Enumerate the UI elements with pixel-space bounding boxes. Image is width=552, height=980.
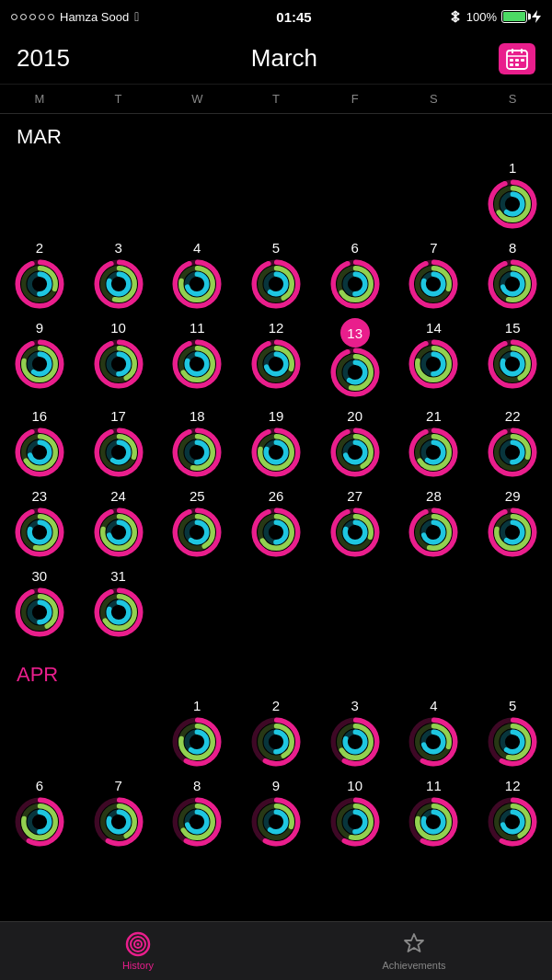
bluetooth-icon xyxy=(449,10,462,23)
day-number: 12 xyxy=(498,776,527,794)
day-cell-6[interactable]: 6 xyxy=(0,772,79,852)
day-number: 20 xyxy=(340,406,370,425)
ring-container xyxy=(15,259,64,309)
day-cell-3[interactable]: 3 xyxy=(316,692,395,772)
tab-history[interactable]: History xyxy=(0,931,276,971)
ring-container xyxy=(172,259,222,309)
ring-container xyxy=(172,797,222,847)
today-number: 13 xyxy=(340,318,370,348)
ring-container xyxy=(94,427,144,477)
day-number: 6 xyxy=(340,238,370,256)
tab-achievements[interactable]: Achievements xyxy=(276,931,552,971)
day-cell-1[interactable]: 1 xyxy=(157,692,236,772)
day-cell-17[interactable]: 17 xyxy=(79,403,158,483)
ring-container xyxy=(15,339,64,389)
ring-container xyxy=(408,717,458,767)
day-cell-6[interactable]: 6 xyxy=(316,234,395,314)
day-cell-7[interactable]: 7 xyxy=(79,772,158,852)
weekday-S1: S xyxy=(395,88,474,109)
day-cell-10[interactable]: 10 xyxy=(316,772,395,852)
day-cell-23[interactable]: 23 xyxy=(0,483,79,563)
day-cell-12[interactable]: 12 xyxy=(473,772,552,852)
day-cell-31[interactable]: 31 xyxy=(79,563,158,643)
day-number: 24 xyxy=(104,486,133,505)
day-number: 4 xyxy=(182,238,212,256)
day-cell-4[interactable]: 4 xyxy=(395,692,474,772)
day-cell-29[interactable]: 29 xyxy=(473,483,552,563)
day-number: 5 xyxy=(261,238,291,256)
day-number: 2 xyxy=(25,238,54,256)
day-cell-5[interactable]: 5 xyxy=(236,234,316,314)
day-cell-13[interactable]: 13 xyxy=(316,314,395,403)
ring-container xyxy=(330,259,380,309)
day-number: 10 xyxy=(340,776,370,794)
history-icon xyxy=(125,931,151,957)
empty-cell: 0 xyxy=(79,692,158,772)
april-label: APR xyxy=(17,663,58,687)
ring-container xyxy=(330,717,380,767)
day-cell-12[interactable]: 12 xyxy=(236,314,316,403)
day-cell-19[interactable]: 19 xyxy=(236,403,316,483)
day-cell-28[interactable]: 28 xyxy=(395,483,474,563)
ring-container xyxy=(330,427,380,477)
battery-percent: 100% xyxy=(466,10,497,24)
achievements-icon xyxy=(401,931,427,957)
day-number: 6 xyxy=(25,776,54,794)
day-cell-11[interactable]: 11 xyxy=(157,314,236,403)
ring-container xyxy=(251,507,301,557)
achievements-label: Achievements xyxy=(382,960,445,971)
ring-container xyxy=(172,507,222,557)
day-cell-2[interactable]: 2 xyxy=(0,234,79,314)
svg-marker-276 xyxy=(405,934,423,952)
day-cell-21[interactable]: 21 xyxy=(395,403,474,483)
empty-cell: 0 xyxy=(79,154,158,234)
day-cell-4[interactable]: 4 xyxy=(157,234,236,314)
day-cell-9[interactable]: 9 xyxy=(236,772,316,852)
svg-marker-4 xyxy=(532,10,541,23)
day-cell-27[interactable]: 27 xyxy=(316,483,395,563)
empty-cell: 0 xyxy=(0,154,79,234)
ring-container xyxy=(330,507,380,557)
day-cell-10[interactable]: 10 xyxy=(79,314,158,403)
day-cell-7[interactable]: 7 xyxy=(395,234,474,314)
day-number: 10 xyxy=(104,318,133,336)
svg-rect-11 xyxy=(521,59,524,62)
weekday-M: M xyxy=(0,88,79,109)
day-cell-20[interactable]: 20 xyxy=(316,403,395,483)
day-cell-16[interactable]: 16 xyxy=(0,403,79,483)
battery-container xyxy=(501,10,527,23)
day-cell-14[interactable]: 14 xyxy=(395,314,474,403)
day-cell-25[interactable]: 25 xyxy=(157,483,236,563)
tab-bar: History Achievements xyxy=(0,921,552,980)
day-cell-26[interactable]: 26 xyxy=(236,483,316,563)
day-cell-9[interactable]: 9 xyxy=(0,314,79,403)
empty-cell: 0 xyxy=(395,154,474,234)
scroll-area[interactable]: MAR 000000123456789101112131415161718192… xyxy=(0,114,552,923)
carrier-name: Hamza Sood xyxy=(60,10,129,24)
day-cell-11[interactable]: 11 xyxy=(395,772,474,852)
empty-cell: 0 xyxy=(157,154,236,234)
day-cell-15[interactable]: 15 xyxy=(473,314,552,403)
day-cell-18[interactable]: 18 xyxy=(157,403,236,483)
ring-container xyxy=(330,348,380,397)
signal-dot-1 xyxy=(11,14,17,20)
day-cell-8[interactable]: 8 xyxy=(473,234,552,314)
day-number: 1 xyxy=(498,158,527,177)
day-cell-3[interactable]: 3 xyxy=(79,234,158,314)
day-cell-8[interactable]: 8 xyxy=(157,772,236,852)
day-cell-22[interactable]: 22 xyxy=(473,403,552,483)
day-number: 2 xyxy=(261,696,291,714)
day-number: 4 xyxy=(419,696,448,714)
day-cell-30[interactable]: 30 xyxy=(0,563,79,643)
day-cell-1[interactable]: 1 xyxy=(473,154,552,234)
weekday-row: M T W T F S S xyxy=(0,85,552,114)
day-cell-24[interactable]: 24 xyxy=(79,483,158,563)
weekday-S2: S xyxy=(473,88,552,109)
day-cell-2[interactable]: 2 xyxy=(236,692,316,772)
battery-fill xyxy=(503,12,525,21)
day-number: 11 xyxy=(182,318,212,336)
day-number: 3 xyxy=(340,696,370,714)
svg-rect-9 xyxy=(510,59,513,62)
day-cell-5[interactable]: 5 xyxy=(473,692,552,772)
calendar-icon-button[interactable] xyxy=(499,43,535,74)
